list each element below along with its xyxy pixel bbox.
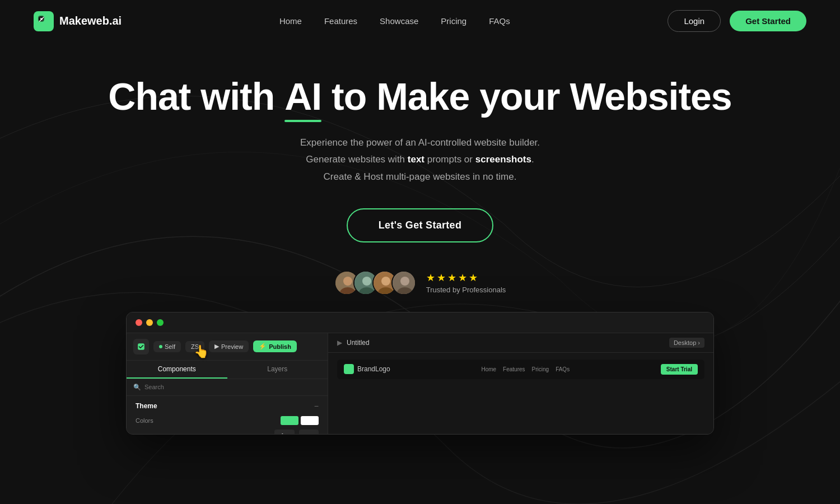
nav-features[interactable]: Features [324,16,357,26]
start-trial-button[interactable]: Start Trial [661,364,698,375]
panel-toolbar: Self ZS ▶ Preview ⚡ Publish 👆 [127,333,328,361]
hero-title-text2: to Make your Websites [321,75,732,118]
window-close-dot [136,319,142,326]
nav-faqs[interactable]: FAQs [489,16,510,26]
theme-header: Theme − [136,402,319,410]
cursor-icon: 👆 [194,344,209,359]
window-chrome [127,312,713,333]
theme-label: Theme [136,402,157,410]
svg-point-10 [381,277,390,286]
app-preview: Self ZS ▶ Preview ⚡ Publish 👆 Component [126,312,714,435]
social-proof: ★ ★ ★ ★ ★ Trusted by Professionals [0,270,840,295]
page-title: Untitled [347,339,370,347]
window-minimize-dot [146,319,153,326]
nav-pricing[interactable]: Pricing [441,16,466,26]
hero-section: Chat with AI to Make your Websites Exper… [0,42,840,295]
swatch-white[interactable] [301,416,319,425]
svg-point-4 [343,277,352,286]
canvas-nav-features: Features [503,366,525,372]
cta-button[interactable]: Let's Get Started [347,208,493,242]
theme-collapse-icon[interactable]: − [314,402,319,410]
color-swatches [281,416,319,425]
panel-tabs: Components Layers [127,361,328,379]
brand-logo-text: BrandLogo [357,365,390,373]
nav-showcase[interactable]: Showcase [380,16,418,26]
get-started-button[interactable]: Get Started [730,11,806,31]
nav-actions: Login Get Started [668,10,806,32]
avatars-group [334,270,416,295]
font-sample-1[interactable]: Aa [274,430,295,435]
hero-title-text1: Chat with [108,75,284,118]
avatar [391,270,416,295]
star-4: ★ [458,272,467,284]
theme-section: Theme − Colors Fonts Aa Aa [127,396,328,435]
star-1: ★ [426,272,435,284]
rating-info: ★ ★ ★ ★ ★ Trusted by Professionals [426,272,506,294]
svg-point-13 [400,277,409,286]
hero-title: Chat with AI to Make your Websites [0,76,840,118]
preview-button[interactable]: ▶ Preview [209,340,249,352]
editor-canvas: BrandLogo Home Features Pricing FAQs Sta… [328,353,713,386]
trusted-text: Trusted by Professionals [426,286,506,294]
canvas-brand-row: BrandLogo Home Features Pricing FAQs Sta… [337,360,704,379]
navbar: Makeweb.ai Home Features Showcase Pricin… [0,0,840,42]
editor-topbar: ▶ Untitled Desktop › [328,333,713,353]
nav-links: Home Features Showcase Pricing FAQs [279,16,510,26]
desktop-badge[interactable]: Desktop › [669,338,704,348]
brand-icon [344,364,354,374]
logo-link[interactable]: Makeweb.ai [34,11,122,31]
left-panel: Self ZS ▶ Preview ⚡ Publish 👆 Component [127,333,328,434]
logo-text: Makeweb.ai [59,15,122,27]
colors-row: Colors [136,416,319,425]
font-samples: Aa Aa [274,430,319,435]
logo-icon [34,11,54,31]
hero-subtitle: Experience the power of an AI-controlled… [0,134,840,186]
star-3: ★ [447,272,456,284]
window-maximize-dot [157,319,164,326]
canvas-nav-faqs: FAQs [556,366,570,372]
page-title-row: ▶ Untitled [337,339,370,347]
colors-label: Colors [136,417,153,424]
swatch-green[interactable] [281,416,298,425]
panel-search: 🔍 [127,379,328,396]
brand-logo-tag: BrandLogo [344,364,390,374]
star-rating: ★ ★ ★ ★ ★ [426,272,478,284]
font-sample-2[interactable]: Aa [299,430,319,435]
right-panel: ▶ Untitled Desktop › BrandLogo Home Feat… [328,333,713,434]
search-input[interactable] [144,384,222,390]
fonts-row: Fonts Aa Aa [136,430,319,435]
login-button[interactable]: Login [668,10,721,32]
tab-layers[interactable]: Layers [227,361,328,379]
canvas-nav-links: Home Features Pricing FAQs [481,366,570,372]
self-tag: Self [153,341,181,352]
svg-point-7 [362,277,371,286]
canvas-nav-pricing: Pricing [532,366,549,372]
tab-components[interactable]: Components [127,361,227,379]
fonts-label: Fonts [136,433,151,435]
star-2: ★ [437,272,446,284]
star-5: ★ [469,272,478,284]
search-icon: 🔍 [133,384,141,391]
canvas-nav-home: Home [481,366,496,372]
tool-logo-button[interactable] [133,339,149,354]
app-content: Self ZS ▶ Preview ⚡ Publish 👆 Component [127,333,713,434]
publish-button[interactable]: ⚡ Publish [253,340,297,352]
hero-title-highlight: AI [284,76,321,118]
nav-home[interactable]: Home [279,16,302,26]
